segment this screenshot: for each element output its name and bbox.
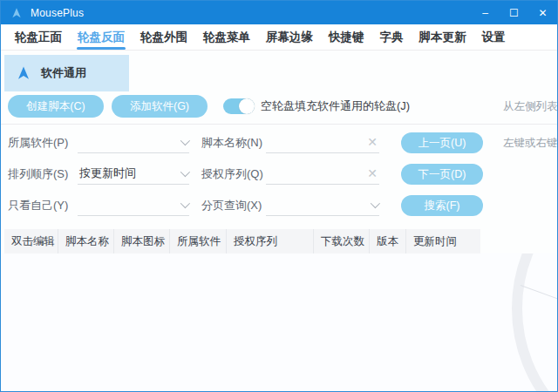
minimize-button[interactable]: – <box>471 1 500 24</box>
only-mine-select[interactable] <box>78 195 189 216</box>
close-button[interactable]: ✕ <box>528 1 557 24</box>
tab-dictionary[interactable]: 字典 <box>372 24 412 50</box>
chevron-down-icon <box>180 135 190 145</box>
maximize-button[interactable]: ☐ <box>500 1 528 24</box>
column-header-serial: 授权序列 <box>227 229 314 253</box>
subtab-row: 软件通用 <box>1 51 557 91</box>
sort-order-label: 排列顺序(S) <box>8 166 78 182</box>
script-name-label: 脚本名称(N) <box>201 135 266 151</box>
auth-serial-input[interactable]: ✕ <box>266 164 379 185</box>
column-header-edit: 双击编辑 <box>4 229 58 253</box>
auth-serial-label: 授权序列(Q) <box>201 166 266 182</box>
script-name-input[interactable]: ✕ <box>266 132 379 153</box>
fill-wheel-toggle-label: 空轮盘填充软件通用的轮盘(J) <box>261 98 410 114</box>
titlebar: MousePlus – ☐ ✕ <box>1 1 557 24</box>
toolbar: 创建脚本(C) 添加软件(G) 空轮盘填充软件通用的轮盘(J) 从左侧列表 <box>1 91 557 121</box>
chevron-down-icon <box>180 198 190 207</box>
main-tab-bar: 轮盘正面 轮盘反面 轮盘外围 轮盘菜单 屏幕边缘 快捷键 字典 脚本更新 设置 <box>1 24 557 51</box>
tab-wheel-front[interactable]: 轮盘正面 <box>7 24 70 50</box>
app-logo-icon <box>10 7 23 19</box>
tab-wheel-back[interactable]: 轮盘反面 <box>70 24 133 50</box>
clear-icon[interactable]: ✕ <box>367 136 378 148</box>
software-select[interactable] <box>78 132 189 153</box>
subtab-software-general[interactable]: 软件通用 <box>4 55 129 91</box>
script-list-area <box>1 253 557 391</box>
column-header-name: 脚本名称 <box>58 229 114 253</box>
software-label: 所属软件(P) <box>8 135 78 151</box>
tab-screen-edge[interactable]: 屏幕边缘 <box>258 24 321 50</box>
sort-order-select[interactable]: 按更新时间 <box>78 164 189 185</box>
column-header-software: 所属软件 <box>170 229 227 253</box>
toggle-knob <box>239 98 255 114</box>
page-query-label: 分页查询(X) <box>201 198 266 213</box>
search-button[interactable]: 搜索(F) <box>401 195 483 216</box>
clear-icon[interactable]: ✕ <box>367 167 378 179</box>
create-script-button[interactable]: 创建脚本(C) <box>8 95 104 118</box>
next-page-button[interactable]: 下一页(D) <box>401 164 483 185</box>
chevron-down-icon <box>180 166 190 176</box>
prev-page-button[interactable]: 上一页(U) <box>401 132 483 153</box>
only-mine-label: 只看自己(Y) <box>8 198 78 213</box>
window-controls: – ☐ ✕ <box>471 1 557 24</box>
column-header-updated: 更新时间 <box>406 229 480 253</box>
page-query-select[interactable] <box>266 195 379 216</box>
tab-wheel-menu[interactable]: 轮盘菜单 <box>195 24 258 50</box>
tab-wheel-outer[interactable]: 轮盘外围 <box>133 24 195 50</box>
form-row-2: 排列顺序(S) 按更新时间 授权序列(Q) ✕ 下一页(D) <box>1 159 557 190</box>
subtab-label: 软件通用 <box>41 65 86 81</box>
filter-form: 所属软件(P) 脚本名称(N) ✕ 上一页(U) 左键或右键 排列顺序(S) 按… <box>1 125 557 221</box>
chevron-down-icon <box>371 198 380 207</box>
sort-order-value: 按更新时间 <box>79 166 136 181</box>
form-row-3: 只看自己(Y) 分页查询(X) 搜索(F) <box>1 190 557 221</box>
column-header-version: 版本 <box>370 229 406 253</box>
script-list-header: 双击编辑 脚本名称 脚本图标 所属软件 授权序列 下载次数 版本 更新时间 <box>4 229 480 253</box>
window-title: MousePlus <box>31 7 84 19</box>
tab-settings[interactable]: 设置 <box>474 24 514 50</box>
column-header-downloads: 下载次数 <box>314 229 370 253</box>
add-software-button[interactable]: 添加软件(G) <box>112 95 208 118</box>
tab-hotkeys[interactable]: 快捷键 <box>321 24 372 50</box>
column-header-icon: 脚本图标 <box>114 229 170 253</box>
left-list-hint: 从左侧列表 <box>503 99 557 114</box>
cursor-triangle-icon <box>16 65 31 81</box>
app-window: MousePlus – ☐ ✕ 轮盘正面 轮盘反面 轮盘外围 轮盘菜单 屏幕边缘… <box>0 0 558 392</box>
fill-wheel-toggle[interactable] <box>223 98 255 114</box>
tab-script-update[interactable]: 脚本更新 <box>412 24 474 50</box>
form-row-1: 所属软件(P) 脚本名称(N) ✕ 上一页(U) 左键或右键 <box>1 127 557 159</box>
mouse-button-hint: 左键或右键 <box>503 136 557 151</box>
wheel-watermark-circle <box>512 253 557 391</box>
